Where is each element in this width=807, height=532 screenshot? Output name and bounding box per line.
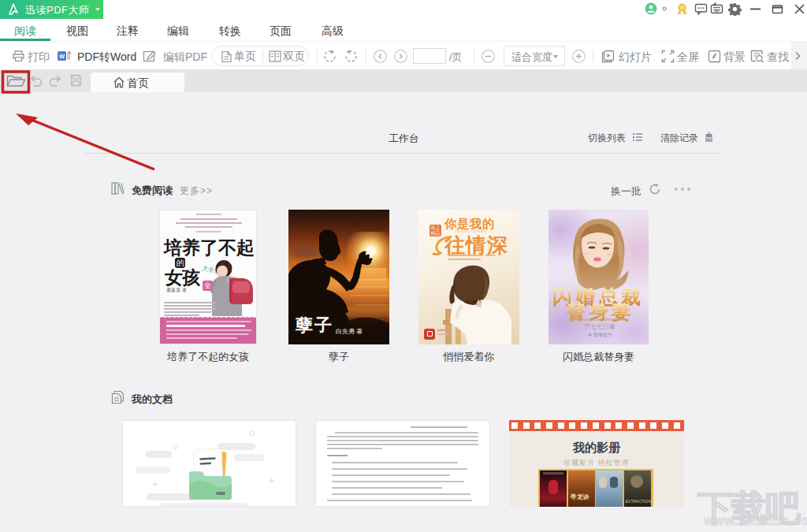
svg-text:W: W [59,54,65,59]
